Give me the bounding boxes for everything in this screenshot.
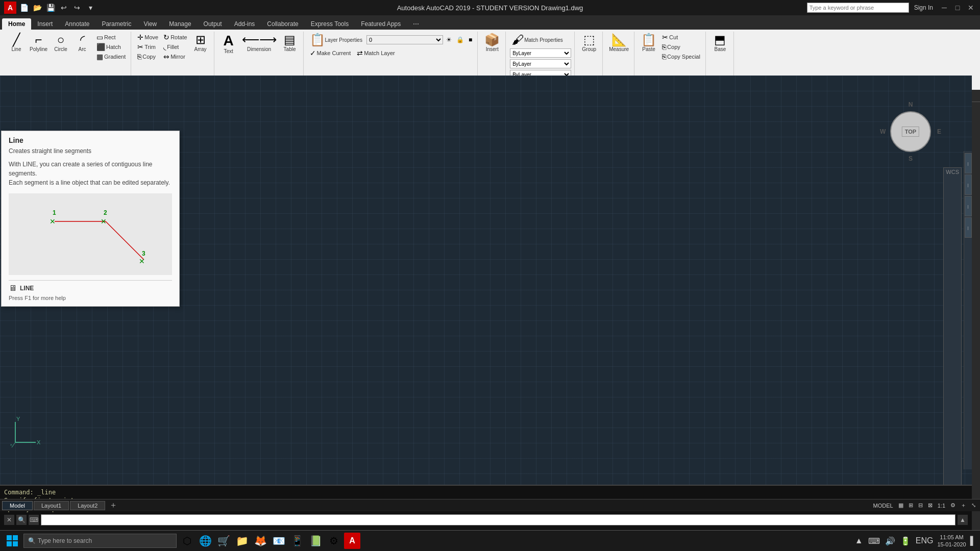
layer-properties-button[interactable]: 📋 Layer Properties	[308, 33, 364, 47]
move-button[interactable]: ✛Move	[135, 33, 160, 42]
minimize-button[interactable]: ─	[938, 3, 950, 13]
explorer-icon[interactable]: 📁	[234, 533, 250, 549]
tab-manage[interactable]: Manage	[163, 18, 197, 30]
hatch-button[interactable]: ⬛Hatch	[94, 42, 128, 52]
text-button[interactable]: A Text	[218, 33, 239, 55]
qat-new[interactable]: 📄	[18, 2, 30, 13]
status-add[interactable]: ＋	[959, 502, 968, 509]
color-icon-btn[interactable]: ■	[467, 36, 474, 44]
trim-button[interactable]: ✂Trim	[135, 42, 160, 52]
make-current-button[interactable]: ✓ Make Current	[308, 48, 353, 58]
store-icon[interactable]: 🛒	[215, 533, 232, 549]
search-input[interactable]	[807, 3, 909, 13]
start-button[interactable]	[3, 532, 21, 550]
status-grid[interactable]: ▦	[896, 502, 905, 509]
tab-view[interactable]: View	[137, 18, 163, 30]
status-settings[interactable]: ⚙	[948, 502, 958, 509]
qat-dropdown[interactable]: ▾	[85, 2, 96, 13]
maximize-button[interactable]: □	[951, 3, 964, 13]
show-desktop-button[interactable]: ▌	[969, 535, 977, 546]
status-expand[interactable]: ⤡	[969, 502, 978, 509]
tray-volume[interactable]: 🔊	[884, 535, 896, 547]
tab-annotate[interactable]: Annotate	[59, 18, 95, 30]
tab-more[interactable]: ⋯	[407, 18, 425, 30]
status-scale[interactable]: 1:1	[936, 503, 947, 509]
lock-icon-btn[interactable]: 🔒	[454, 36, 466, 44]
tab-addins[interactable]: Add-ins	[228, 18, 261, 30]
tray-battery[interactable]: 🔋	[899, 535, 912, 547]
rect-button[interactable]: ▭Rect	[94, 33, 128, 42]
qat-open[interactable]: 📂	[32, 2, 43, 13]
tray-keyboard[interactable]: ⌨	[867, 535, 881, 547]
view-top-button[interactable]: TOP	[902, 127, 919, 137]
tab-home[interactable]: Home	[2, 18, 31, 30]
cmd-input[interactable]	[41, 514, 955, 525]
insert-button[interactable]: 📦 Insert	[482, 33, 502, 53]
copy-cb-button[interactable]: ⎘ Copy	[660, 42, 702, 52]
status-ortho[interactable]: ⊟	[916, 502, 925, 509]
table-button[interactable]: ▤ Table	[280, 33, 300, 53]
tab-collaborate[interactable]: Collaborate	[261, 18, 304, 30]
system-clock[interactable]: 11:05 AM 15-01-2020	[937, 534, 966, 548]
autocad-taskbar-icon[interactable]: A	[344, 533, 360, 549]
cmd-close-btn[interactable]: ✕	[4, 515, 14, 525]
tab-layout2[interactable]: Layout2	[70, 501, 105, 510]
rp-btn-2[interactable]: |	[965, 174, 972, 195]
fox-icon[interactable]: 🦊	[252, 533, 268, 549]
edge-icon[interactable]: 🌐	[197, 533, 213, 549]
line-button[interactable]: ╱ Line	[6, 33, 27, 53]
status-snap[interactable]: ⊞	[906, 502, 915, 509]
close-button[interactable]: ✕	[965, 3, 977, 13]
measure-button[interactable]: 📐 Measure	[607, 33, 631, 53]
match-layer-button[interactable]: ⇄ Match Layer	[355, 48, 397, 58]
mirror-button[interactable]: ⇔Mirror	[161, 52, 189, 61]
dimension-button[interactable]: ⟵⟶ Dimension	[240, 33, 279, 53]
fillet-button[interactable]: ◟Fillet	[161, 42, 189, 52]
circle-button[interactable]: ○ Circle	[51, 33, 71, 53]
cut-button[interactable]: ✂ Cut	[660, 33, 702, 42]
tab-parametric[interactable]: Parametric	[95, 18, 137, 30]
cmd-search-btn[interactable]: 🔍	[16, 515, 27, 525]
cmd-scroll-up[interactable]: ▲	[958, 515, 968, 525]
base-button[interactable]: ⬒ Base	[710, 33, 730, 53]
canvas-area[interactable]: Line Creates straight line segments With…	[0, 76, 972, 510]
status-polar[interactable]: ⊠	[926, 502, 935, 509]
mail-icon[interactable]: 📧	[271, 533, 287, 549]
paste-button[interactable]: 📋 Paste	[639, 33, 659, 53]
copy-special-button[interactable]: ⎘ Copy Special	[660, 52, 702, 61]
tab-express[interactable]: Express Tools	[305, 18, 355, 30]
qat-undo[interactable]: ↩	[58, 2, 69, 13]
qat-redo[interactable]: ↪	[71, 2, 83, 13]
tray-expand[interactable]: ▲	[854, 535, 864, 546]
sun-icon-btn[interactable]: ☀	[444, 36, 454, 44]
tab-output[interactable]: Output	[198, 18, 228, 30]
color-select[interactable]: ByLayer	[510, 48, 571, 58]
gradient-button[interactable]: ▦Gradient	[94, 52, 128, 61]
whatsapp-icon[interactable]: 📗	[307, 533, 324, 549]
arc-button[interactable]: ◜ Arc	[72, 33, 92, 53]
group-button[interactable]: ⬚ Group	[579, 33, 599, 53]
rotate-button[interactable]: ↻Rotate	[161, 33, 189, 42]
settings-icon[interactable]: ⚙	[326, 533, 342, 549]
linetype-select[interactable]: ByLayer	[510, 59, 571, 68]
tab-insert[interactable]: Insert	[31, 18, 59, 30]
array-button[interactable]: ⊞ Array	[190, 33, 211, 53]
add-layout-tab[interactable]: ＋	[106, 499, 120, 512]
layer-dropdown[interactable]: 0	[366, 35, 443, 44]
phone-icon[interactable]: 📱	[289, 533, 305, 549]
qat-save[interactable]: 💾	[45, 2, 56, 13]
rp-btn-3[interactable]: |	[965, 196, 972, 216]
status-model[interactable]: MODEL	[871, 503, 895, 509]
rp-btn-1[interactable]: |	[965, 153, 972, 173]
tray-language[interactable]: ENG	[915, 535, 935, 546]
rp-btn-4[interactable]: |	[965, 217, 972, 238]
tab-featured[interactable]: Featured Apps	[355, 18, 407, 30]
polyline-button[interactable]: ⌐ Polyline	[28, 33, 50, 53]
task-view-button[interactable]: ⬡	[179, 533, 195, 549]
tab-layout1[interactable]: Layout1	[34, 501, 69, 510]
sign-in-button[interactable]: Sign In	[910, 4, 937, 11]
taskbar-search[interactable]: 🔍 Type here to search	[23, 534, 177, 548]
match-properties-button[interactable]: 🖌 Match Properties	[510, 33, 565, 47]
copy-button[interactable]: ⎘Copy	[135, 52, 160, 61]
tab-model[interactable]: Model	[2, 501, 33, 510]
